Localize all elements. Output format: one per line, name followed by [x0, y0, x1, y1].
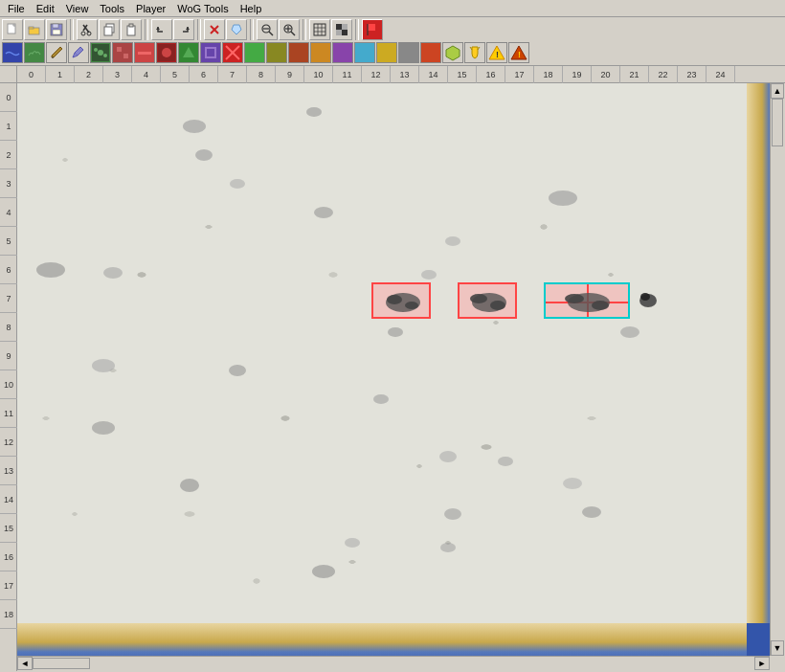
main-area: 0 1 2 3 4 5 6 7 8 9 10 11 12 13 14 15 16…	[0, 66, 785, 671]
sep3	[197, 19, 201, 40]
open-button[interactable]	[24, 19, 45, 40]
ruler-col-7: 7	[218, 66, 247, 83]
ruler-top: 0 1 2 3 4 5 6 7 8 9 10 11 12 13 14 15 16…	[17, 66, 785, 83]
ruler-col-2: 2	[75, 66, 103, 83]
terrain-t19[interactable]	[398, 42, 419, 63]
svg-rect-7	[53, 24, 58, 28]
svg-rect-36	[368, 24, 375, 31]
svg-rect-14	[104, 27, 112, 35]
menu-wog-tools[interactable]: WoG Tools	[171, 2, 234, 15]
ruler-row-7: 7	[0, 284, 17, 313]
ruler-col-14: 14	[419, 66, 448, 83]
horizontal-scrollbar[interactable]: ◄ ►	[17, 656, 770, 671]
menu-player[interactable]: Player	[130, 2, 171, 15]
ruler-row-14: 14	[0, 485, 17, 514]
ruler-row-1: 1	[0, 112, 17, 141]
sep4	[250, 19, 254, 40]
svg-line-22	[269, 32, 273, 35]
terrain-t15[interactable]	[310, 42, 331, 63]
terrain-snow[interactable]	[90, 42, 111, 63]
new-button[interactable]	[2, 19, 23, 40]
svg-point-102	[405, 302, 418, 309]
menu-tools[interactable]: Tools	[94, 2, 130, 15]
ruler-col-20: 20	[592, 66, 620, 83]
vertical-scrollbar[interactable]: ▲ ▼	[770, 83, 785, 656]
cut-button[interactable]	[77, 19, 98, 40]
ruler-left: 0 1 2 3 4 5 6 7 8 9 10 11 12 13 14 15 16…	[0, 83, 17, 671]
svg-point-110	[640, 293, 650, 301]
svg-point-104	[470, 294, 487, 303]
ruler-row-5: 5	[0, 227, 17, 256]
ruler-row-18: 18	[0, 600, 17, 629]
fill-button[interactable]	[226, 19, 247, 40]
svg-rect-35	[336, 30, 342, 35]
terrain-t11[interactable]	[222, 42, 243, 63]
save-button[interactable]	[46, 19, 67, 40]
sep1	[70, 19, 74, 40]
menu-view[interactable]: View	[60, 2, 95, 15]
ruler-row-10: 10	[0, 370, 17, 399]
ruler-row-9: 9	[0, 342, 17, 370]
selected-tile-1[interactable]	[371, 282, 431, 319]
svg-rect-65	[378, 44, 395, 61]
svg-point-107	[565, 294, 584, 303]
delete-button[interactable]	[204, 19, 225, 40]
warning-icon[interactable]: !	[486, 42, 507, 63]
terrain-t9[interactable]	[178, 42, 199, 63]
checkerboard-button[interactable]	[331, 19, 352, 40]
ruler-col-16: 16	[477, 66, 505, 83]
hero-icon[interactable]	[442, 42, 463, 63]
terrain-t20[interactable]	[420, 42, 441, 63]
grid-button[interactable]	[309, 19, 330, 40]
map-canvas[interactable]: ◄ ► ▲ ▼	[17, 83, 785, 671]
svg-point-11	[81, 32, 85, 35]
terrain-water[interactable]	[2, 42, 23, 63]
svg-rect-46	[117, 47, 122, 52]
svg-rect-61	[290, 44, 307, 61]
terrain-t10[interactable]	[200, 42, 221, 63]
terrain-t14[interactable]	[288, 42, 309, 63]
svg-marker-68	[446, 46, 460, 60]
svg-rect-47	[123, 54, 128, 58]
sep2	[145, 19, 148, 40]
copy-button[interactable]	[99, 19, 120, 40]
terrain-t7[interactable]	[134, 42, 155, 63]
menu-help[interactable]: Help	[235, 2, 268, 15]
ruler-col-8: 8	[247, 66, 276, 83]
ruler-col-4: 4	[132, 66, 161, 83]
terrain-t12[interactable]	[244, 42, 265, 63]
terrain-grass[interactable]	[24, 42, 45, 63]
terrain-t18[interactable]	[376, 42, 397, 63]
selected-tile-3[interactable]	[544, 282, 630, 319]
svg-rect-8	[53, 30, 60, 34]
svg-rect-33	[342, 30, 348, 35]
zoom-out-button[interactable]	[257, 19, 278, 40]
ruler-col-11: 11	[333, 66, 362, 83]
selected-tile-2[interactable]	[458, 282, 517, 319]
ruler-col-15: 15	[448, 66, 477, 83]
map-area[interactable]: ◄ ► ▲ ▼	[17, 83, 785, 671]
terrain-t6[interactable]	[112, 42, 133, 63]
trophy-icon[interactable]	[464, 42, 485, 63]
snow-texture	[17, 83, 747, 623]
svg-rect-5	[29, 27, 34, 29]
ruler-col-13: 13	[391, 66, 419, 83]
caution-icon[interactable]: !	[508, 42, 529, 63]
menu-edit[interactable]: Edit	[31, 2, 60, 15]
redflag-button[interactable]	[362, 19, 383, 40]
undo-button[interactable]	[151, 19, 172, 40]
tool-brush[interactable]	[68, 42, 89, 63]
svg-rect-16	[129, 24, 133, 27]
tool-pencil[interactable]	[46, 42, 67, 63]
paste-button[interactable]	[121, 19, 142, 40]
terrain-t17[interactable]	[354, 42, 375, 63]
menu-file[interactable]: File	[2, 2, 31, 15]
redo-button[interactable]	[173, 19, 194, 40]
svg-rect-54	[202, 44, 219, 61]
svg-point-105	[490, 301, 505, 310]
terrain-t13[interactable]	[266, 42, 287, 63]
zoom-in-button[interactable]	[279, 19, 300, 40]
terrain-t16[interactable]	[332, 42, 353, 63]
terrain-t8[interactable]	[156, 42, 177, 63]
ruler-row-16: 16	[0, 543, 17, 571]
